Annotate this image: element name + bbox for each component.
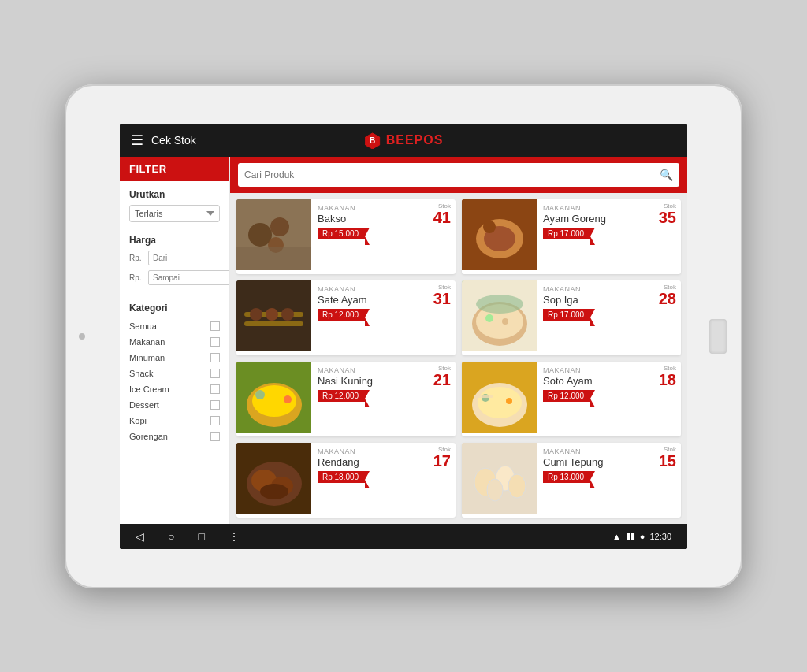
stock-area: Stok 21 (433, 365, 451, 388)
product-category: MAKANAN (318, 204, 449, 212)
category-checkbox[interactable] (210, 416, 220, 425)
nav-home-button[interactable]: ○ (168, 530, 174, 543)
svg-point-20 (485, 314, 493, 322)
category-label: Makanan (129, 337, 165, 347)
filter-header: FILTER (120, 157, 229, 181)
android-nav: ◁ ○ □ ⋮ (136, 530, 240, 543)
product-name: Cumi Tepung (543, 456, 675, 468)
product-price: Rp 17.000 (543, 228, 590, 239)
category-item[interactable]: Semua (129, 318, 220, 334)
product-card[interactable]: MAKANAN Bakso Rp 15.000 Stok 41 (236, 199, 456, 274)
bee-logo-icon: B (364, 132, 381, 149)
sort-section: Urutkan Terlaris Termurah Termahal A-Z (120, 181, 229, 227)
category-checkbox[interactable] (210, 384, 220, 394)
price-from-label: Rp. (129, 254, 145, 262)
product-image (462, 199, 537, 270)
price-from-row: Rp. (129, 251, 220, 265)
menu-icon[interactable]: ☰ (131, 132, 143, 149)
svg-point-4 (270, 217, 289, 236)
category-item[interactable]: Gorengan (129, 429, 220, 444)
product-image (462, 362, 537, 433)
content-area: FILTER Urutkan Terlaris Termurah Termaha… (120, 157, 687, 524)
stock-area: Stok 18 (659, 365, 676, 388)
product-card[interactable]: MAKANAN Nasi Kuning Rp 12.000 Stok 21 (236, 362, 456, 436)
android-status: ▲ ▮▮ ● 12:30 (612, 531, 671, 541)
svg-point-42 (487, 479, 503, 501)
top-bar-title: Cek Stok (151, 134, 196, 147)
svg-point-32 (506, 398, 512, 404)
product-info: MAKANAN Sop Iga Rp 17.000 Stok 28 (537, 280, 681, 355)
category-label: Snack (129, 369, 154, 378)
product-grid: MAKANAN Bakso Rp 15.000 Stok 41 MAKANAN … (230, 193, 687, 524)
svg-text:B: B (370, 136, 375, 145)
product-info: MAKANAN Cumi Tepung Rp 13.000 Stok 15 (537, 443, 681, 518)
price-to-row: Rp. (129, 270, 220, 285)
search-input[interactable] (244, 169, 660, 180)
category-item[interactable]: Kopi (129, 413, 220, 429)
product-info: MAKANAN Bakso Rp 15.000 Stok 41 (311, 199, 456, 274)
product-price: Rp 12.000 (318, 309, 365, 321)
product-image (462, 443, 537, 514)
product-card[interactable]: MAKANAN Rendang Rp 18.000 Stok 17 (236, 443, 456, 518)
category-item[interactable]: Minuman (129, 350, 220, 366)
stock-area: Stok 35 (659, 202, 676, 226)
category-checkbox[interactable] (210, 432, 220, 441)
price-from-input[interactable] (148, 251, 230, 265)
sidebar: FILTER Urutkan Terlaris Termurah Termaha… (120, 157, 230, 524)
category-checkbox[interactable] (210, 353, 220, 362)
category-item[interactable]: Makanan (129, 334, 220, 350)
category-item[interactable]: Snack (129, 366, 220, 381)
category-checkbox[interactable] (210, 321, 220, 331)
category-title: Kategori (129, 303, 220, 314)
search-icon[interactable]: 🔍 (660, 169, 673, 181)
svg-rect-33 (474, 395, 493, 398)
category-label: Dessert (129, 400, 159, 410)
svg-point-14 (250, 308, 262, 321)
category-item[interactable]: Ice Cream (129, 381, 220, 397)
stock-area: Stok 17 (433, 446, 451, 470)
category-section: Kategori Semua Makanan Minuman Snack Ice… (120, 295, 229, 449)
main-area: 🔍 MAKANAN Bakso Rp 15.000 Stok 41 (230, 157, 687, 524)
product-card[interactable]: MAKANAN Soto Ayam Rp 12.000 Stok 18 (462, 362, 681, 436)
price-title: Harga (129, 235, 220, 246)
product-image (236, 199, 311, 270)
svg-point-22 (476, 295, 523, 314)
nav-back-button[interactable]: ◁ (136, 530, 144, 543)
product-name: Nasi Kuning (318, 375, 449, 387)
category-checkbox[interactable] (210, 369, 220, 378)
top-bar: ☰ Cek Stok B BEEPOS (120, 124, 687, 157)
tablet-frame: ☰ Cek Stok B BEEPOS FILTER Urutkan (65, 84, 742, 588)
product-price: Rp 12.000 (318, 390, 365, 402)
product-card[interactable]: MAKANAN Ayam Goreng Rp 17.000 Stok 35 (462, 199, 681, 274)
category-checkbox[interactable] (210, 337, 220, 347)
product-image (236, 443, 311, 514)
stock-number: 18 (659, 371, 676, 388)
svg-point-21 (502, 318, 508, 325)
category-item[interactable]: Dessert (129, 397, 220, 413)
product-price: Rp 12.000 (543, 390, 590, 402)
product-price: Rp 17.000 (543, 309, 590, 321)
sort-select[interactable]: Terlaris Termurah Termahal A-Z (129, 205, 220, 222)
product-info: MAKANAN Rendang Rp 18.000 Stok 17 (311, 443, 456, 518)
product-image (236, 362, 311, 433)
svg-rect-13 (244, 321, 303, 326)
stock-number: 17 (433, 452, 451, 470)
product-category: MAKANAN (543, 204, 675, 212)
stock-area: Stok 15 (659, 446, 676, 470)
nav-recents-button[interactable]: □ (198, 530, 204, 543)
svg-point-26 (255, 390, 265, 399)
price-to-input[interactable] (148, 270, 230, 285)
status-time: 12:30 (649, 532, 671, 541)
category-checkbox[interactable] (210, 400, 220, 410)
nav-menu-button[interactable]: ⋮ (229, 530, 240, 543)
logo-bee-text: BEEPOS (386, 133, 444, 147)
svg-point-10 (483, 221, 496, 233)
product-card[interactable]: MAKANAN Sate Ayam Rp 12.000 Stok 31 (236, 280, 456, 355)
product-name: Rendang (318, 456, 449, 468)
product-category: MAKANAN (318, 447, 449, 455)
svg-point-30 (478, 387, 522, 418)
product-category: MAKANAN (543, 285, 675, 293)
product-card[interactable]: MAKANAN Sop Iga Rp 17.000 Stok 28 (462, 280, 681, 355)
product-price: Rp 13.000 (543, 471, 590, 483)
product-card[interactable]: MAKANAN Cumi Tepung Rp 13.000 Stok 15 (462, 443, 681, 518)
